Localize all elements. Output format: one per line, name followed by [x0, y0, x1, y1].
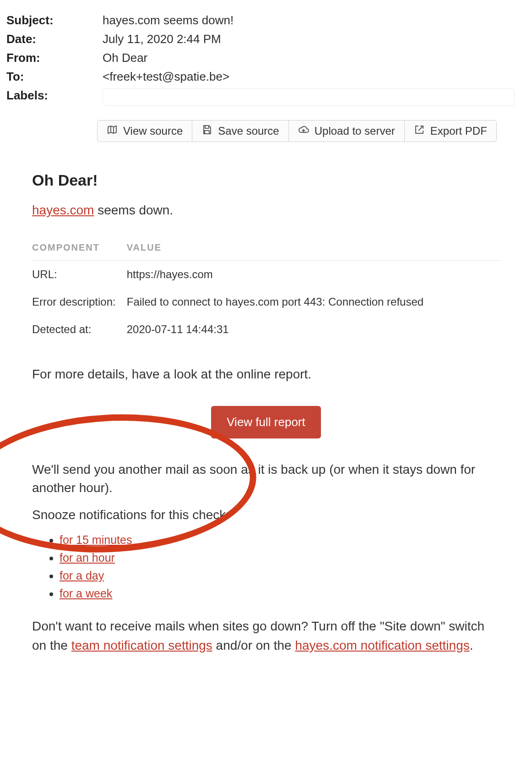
save-source-button[interactable]: Save source	[192, 120, 288, 142]
list-item: for a week	[60, 587, 500, 600]
row-key: Error description:	[32, 288, 127, 316]
table-row: URL: https://hayes.com	[32, 261, 500, 289]
snooze-label: Snooze notifications for this check:	[32, 508, 500, 522]
save-icon	[201, 124, 212, 138]
row-key: Detected at:	[32, 316, 127, 343]
th-value: VALUE	[127, 237, 500, 261]
export-pdf-button[interactable]: Export PDF	[405, 120, 497, 142]
export-icon	[414, 124, 425, 138]
map-icon	[107, 124, 118, 138]
list-item: for 15 minutes	[60, 533, 500, 547]
upload-button[interactable]: Upload to server	[289, 120, 405, 142]
team-settings-link[interactable]: team notification settings	[71, 638, 212, 652]
cloud-upload-icon	[298, 124, 309, 138]
followup-para: We'll send you another mail as soon as i…	[32, 460, 500, 498]
save-source-label: Save source	[218, 125, 279, 137]
site-link[interactable]: hayes.com	[32, 203, 94, 217]
table-row: Detected at: 2020-07-11 14:44:31	[32, 316, 500, 343]
view-source-button[interactable]: View source	[97, 120, 192, 142]
lead-rest: seems down.	[94, 203, 173, 217]
email-title: Oh Dear!	[32, 171, 500, 189]
list-item: for a day	[60, 569, 500, 582]
header-value-subject: hayes.com seems down!	[103, 13, 233, 27]
view-full-report-button[interactable]: View full report	[211, 406, 321, 438]
row-val: Failed to connect to hayes.com port 443:…	[127, 288, 500, 316]
details-para: For more details, have a look at the onl…	[32, 365, 500, 384]
export-pdf-label: Export PDF	[430, 125, 487, 137]
table-row: Error description: Failed to connect to …	[32, 288, 500, 316]
view-source-label: View source	[123, 125, 183, 137]
header-value-to: <freek+test@spatie.be>	[103, 70, 229, 84]
header-label-date: Date:	[6, 32, 103, 46]
labels-input[interactable]	[103, 88, 515, 106]
status-table: COMPONENT VALUE URL: https://hayes.com E…	[32, 237, 500, 343]
snooze-link-day[interactable]: for a day	[60, 569, 104, 582]
header-label-labels: Labels:	[6, 88, 103, 106]
snooze-link-week[interactable]: for a week	[60, 587, 112, 600]
footer-opt-out: Don't want to receive mails when sites g…	[32, 617, 500, 655]
email-lead: hayes.com seems down.	[32, 203, 500, 218]
row-val: 2020-07-11 14:44:31	[127, 316, 500, 343]
th-component: COMPONENT	[32, 237, 127, 261]
header-label-from: From:	[6, 51, 103, 65]
email-headers: Subject: hayes.com seems down! Date: Jul…	[0, 11, 532, 108]
footer-text-2: and/or on the	[212, 638, 295, 652]
toolbar: View source Save source Upload to server…	[97, 120, 532, 142]
site-settings-link[interactable]: hayes.com notif­ication settings	[295, 638, 469, 652]
email-body: Oh Dear! hayes.com seems down. COMPONENT…	[0, 142, 532, 655]
header-value-date: July 11, 2020 2:44 PM	[103, 32, 221, 46]
row-key: URL:	[32, 261, 127, 289]
snooze-link-hour[interactable]: for an hour	[60, 551, 115, 564]
list-item: for an hour	[60, 551, 500, 564]
footer-text-3: .	[470, 638, 473, 652]
upload-label: Upload to server	[315, 125, 395, 137]
snooze-link-15min[interactable]: for 15 minutes	[60, 533, 132, 546]
header-label-subject: Subject:	[6, 13, 103, 27]
header-value-from: Oh Dear	[103, 51, 147, 65]
header-label-to: To:	[6, 70, 103, 84]
row-val: https://hayes.com	[127, 261, 500, 289]
